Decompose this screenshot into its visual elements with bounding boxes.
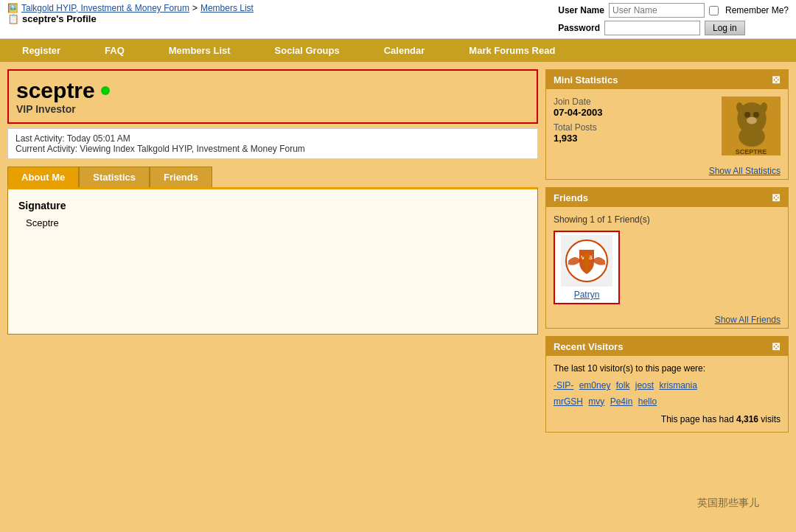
friends-collapse-icon[interactable]: ⊠ bbox=[772, 192, 781, 203]
tab-content: Signature Sceptre bbox=[7, 187, 538, 335]
last-activity: Last Activity: Today 05:01 AM bbox=[15, 133, 530, 144]
page-visits: This page has had 4,316 visits bbox=[554, 414, 781, 424]
join-date-value: 07-04-2003 bbox=[554, 107, 714, 118]
main-layout: sceptre VIP Investor Last Activity: Toda… bbox=[0, 62, 796, 440]
mini-stats-body: Join Date 07-04-2003 Total Posts 1,933 bbox=[546, 89, 788, 163]
user-avatar: SCEPTRE bbox=[722, 97, 781, 155]
nav-calendar[interactable]: Calendar bbox=[362, 39, 447, 62]
recent-visitors-box: Recent Visitors ⊠ The last 10 visitor(s)… bbox=[545, 336, 789, 433]
tab-statistics[interactable]: Statistics bbox=[79, 167, 150, 187]
total-posts-label: Total Posts bbox=[554, 122, 714, 133]
activity-bar: Last Activity: Today 05:01 AM Current Ac… bbox=[7, 128, 538, 159]
svg-point-9 bbox=[584, 253, 590, 259]
show-all-friends-link[interactable]: Show All Friends bbox=[546, 312, 788, 328]
collapse-icon[interactable]: ⊠ bbox=[772, 74, 781, 85]
signature-label: Signature bbox=[18, 200, 527, 211]
username-label: User Name bbox=[558, 5, 604, 15]
password-input[interactable] bbox=[604, 21, 700, 35]
recent-visitors-body: The last 10 visitor(s) to this page were… bbox=[546, 356, 788, 432]
page-title: sceptre's Profile bbox=[22, 13, 97, 24]
svg-point-4 bbox=[747, 117, 757, 125]
visitors-collapse-icon[interactable]: ⊠ bbox=[772, 340, 781, 352]
friend-avatar: VFS bbox=[561, 235, 612, 287]
friends-body: Showing 1 of 1 Friend(s) VFS bbox=[546, 207, 788, 312]
page-visits-count: 4,316 bbox=[736, 414, 758, 424]
visitor-em0ney[interactable]: em0ney bbox=[579, 380, 611, 391]
show-all-stats-link[interactable]: Show All Statistics bbox=[546, 163, 788, 179]
nav-mark-forums-read[interactable]: Mark Forums Read bbox=[447, 39, 577, 62]
friends-title: Friends bbox=[554, 192, 588, 203]
visitor-hello[interactable]: hello bbox=[638, 396, 657, 407]
visitor-pe4in[interactable]: Pe4in bbox=[610, 396, 633, 407]
username: sceptre bbox=[16, 78, 95, 103]
signature-value: Sceptre bbox=[26, 217, 527, 228]
username-input[interactable] bbox=[609, 3, 705, 18]
nav-bar: Register FAQ Members List Social Groups … bbox=[0, 39, 796, 62]
mini-stats-inner: Join Date 07-04-2003 Total Posts 1,933 bbox=[554, 97, 781, 155]
recent-visitors-description: The last 10 visitor(s) to this page were… bbox=[554, 363, 781, 374]
visitor-sip[interactable]: -SIP- bbox=[554, 380, 573, 391]
visitor-mvy[interactable]: mvy bbox=[588, 396, 604, 407]
svg-point-1 bbox=[739, 126, 765, 147]
tabs-area: About Me Statistics Friends Signature Sc… bbox=[7, 167, 538, 335]
left-column: sceptre VIP Investor Last Activity: Toda… bbox=[7, 69, 538, 433]
visitor-folk[interactable]: folk bbox=[616, 380, 630, 391]
visitor-jeost[interactable]: jeost bbox=[635, 380, 654, 391]
breadcrumb-separator: > bbox=[192, 3, 198, 13]
username-row: sceptre bbox=[16, 78, 529, 103]
login-area: User Name Remember Me? Password Log in bbox=[558, 3, 789, 35]
nav-faq[interactable]: FAQ bbox=[83, 39, 147, 62]
profile-header: sceptre VIP Investor bbox=[7, 69, 538, 124]
remember-me-label: Remember Me? bbox=[725, 5, 789, 15]
tabs-row: About Me Statistics Friends bbox=[7, 167, 538, 187]
friends-showing: Showing 1 of 1 Friend(s) bbox=[554, 214, 781, 225]
user-title: VIP Investor bbox=[16, 103, 529, 115]
page-visits-suffix: visits bbox=[761, 414, 781, 424]
friends-box: Friends ⊠ Showing 1 of 1 Friend(s) VFS bbox=[545, 187, 789, 329]
visitor-mrgsh[interactable]: mrGSH bbox=[554, 396, 583, 407]
forum-link[interactable]: Talkgold HYIP, Investment & Money Forum bbox=[21, 3, 189, 13]
visitors-links: -SIP- em0ney folk jeost krismania mrGSH … bbox=[554, 378, 781, 410]
mini-stats-title: Mini Statistics bbox=[554, 74, 618, 85]
username-row: User Name Remember Me? bbox=[558, 3, 789, 18]
join-date-label: Join Date bbox=[554, 97, 714, 107]
avatar-label: SCEPTRE bbox=[736, 148, 767, 155]
friend-name[interactable]: Patryn bbox=[574, 290, 600, 300]
profile-icon: 📋 bbox=[7, 13, 19, 24]
nav-members-list[interactable]: Members List bbox=[147, 39, 253, 62]
svg-point-2 bbox=[744, 112, 750, 118]
members-list-link[interactable]: Members List bbox=[200, 3, 254, 13]
total-posts-value: 1,933 bbox=[554, 133, 714, 144]
watermark: 英国那些事儿 bbox=[697, 497, 759, 510]
forum-icon: 🖼️ bbox=[7, 3, 18, 13]
mini-stats-header: Mini Statistics ⊠ bbox=[546, 70, 788, 89]
profile-title-row: 📋 sceptre's Profile bbox=[7, 13, 254, 24]
top-bar: 🖼️ Talkgold HYIP, Investment & Money For… bbox=[0, 0, 796, 39]
friends-header: Friends ⊠ bbox=[546, 188, 788, 207]
password-label: Password bbox=[558, 23, 600, 33]
login-button[interactable]: Log in bbox=[705, 21, 745, 35]
svg-point-3 bbox=[753, 112, 758, 118]
visitor-krismania[interactable]: krismania bbox=[659, 380, 696, 391]
page-visits-prefix: This page has had bbox=[661, 414, 734, 424]
recent-visitors-title: Recent Visitors bbox=[554, 341, 623, 352]
nav-social-groups[interactable]: Social Groups bbox=[253, 39, 362, 62]
tab-about-me[interactable]: About Me bbox=[7, 167, 79, 187]
breadcrumb: 🖼️ Talkgold HYIP, Investment & Money For… bbox=[7, 3, 254, 13]
right-column: Mini Statistics ⊠ Join Date 07-04-2003 T… bbox=[545, 69, 789, 433]
mini-stats-box: Mini Statistics ⊠ Join Date 07-04-2003 T… bbox=[545, 69, 789, 180]
friend-item: VFS Patryn bbox=[554, 231, 620, 304]
breadcrumb-area: 🖼️ Talkgold HYIP, Investment & Money For… bbox=[7, 3, 254, 24]
remember-me-checkbox[interactable] bbox=[709, 6, 719, 15]
tab-friends[interactable]: Friends bbox=[150, 167, 212, 187]
password-row: Password Log in bbox=[558, 21, 789, 35]
current-activity: Current Activity: Viewing Index Talkgold… bbox=[15, 144, 530, 154]
recent-visitors-header: Recent Visitors ⊠ bbox=[546, 337, 788, 356]
nav-register[interactable]: Register bbox=[0, 39, 83, 62]
online-indicator bbox=[101, 86, 110, 95]
mini-stats-data: Join Date 07-04-2003 Total Posts 1,933 bbox=[554, 97, 714, 155]
